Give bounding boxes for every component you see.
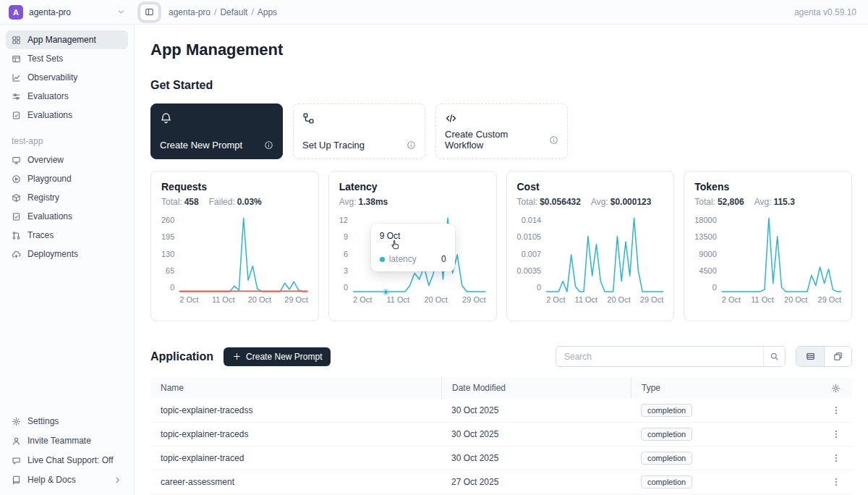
application-heading: Application — [150, 350, 213, 363]
y-tick-label: 0 — [344, 283, 348, 292]
col-date-modified[interactable]: Date Modified — [441, 377, 631, 399]
evaluations-icon — [12, 212, 21, 221]
create-custom-workflow-card[interactable]: Create Custom Workflow — [435, 103, 568, 159]
y-tick-label: 9 — [344, 232, 348, 241]
x-tick-label: 2 Oct — [722, 295, 741, 304]
y-tick-label: 6 — [344, 250, 348, 258]
x-tick-label: 11 Oct — [575, 295, 598, 304]
main-content: App Management Get Started Create New Pr… — [135, 25, 868, 495]
search-input[interactable] — [556, 347, 763, 366]
sidebar-item-playground[interactable]: Playground — [6, 169, 128, 188]
table-header: Name Date Modified Type — [150, 377, 852, 399]
sidebar-item-test-sets[interactable]: Test Sets — [6, 49, 128, 68]
breadcrumb-item[interactable]: agenta-pro — [169, 7, 210, 17]
sidebar-item-app-management[interactable]: App Management — [6, 30, 128, 49]
app-version: agenta v0.59.10 — [794, 7, 868, 17]
sidebar-item-label: Help & Docs — [27, 475, 76, 485]
info-icon[interactable] — [264, 140, 273, 150]
stats-cards: Requests Total:458Failed:0.03% 260195130… — [150, 171, 852, 321]
table-row[interactable]: topic-explainer-traced30 Oct 2025complet… — [150, 447, 852, 470]
tokens-line — [722, 218, 841, 292]
view-toggle — [796, 346, 852, 367]
search-icon — [770, 352, 779, 361]
row-menu-button[interactable] — [821, 429, 851, 439]
app-type: completion — [631, 404, 821, 417]
get-started-cards: Create New Prompt Set Up Tracing Create … — [150, 103, 852, 159]
y-tick-label: 195 — [161, 232, 174, 241]
search-button[interactable] — [763, 347, 785, 366]
metric: Avg:$0.000123 — [591, 197, 652, 207]
column-settings-button[interactable] — [821, 377, 851, 399]
breadcrumb-item[interactable]: Default — [220, 7, 247, 17]
info-icon[interactable] — [549, 135, 558, 145]
sidebar-item-invite-teammate[interactable]: Invite Teammate — [6, 431, 128, 450]
cost-line — [546, 218, 663, 292]
app-name[interactable]: topic-explainer-traced — [150, 453, 441, 463]
y-axis: 1800013500900045000 — [694, 216, 717, 292]
sidebar-item-evaluations[interactable]: Evaluations — [6, 106, 128, 124]
workspace-avatar: A — [9, 5, 23, 20]
deployments-icon — [12, 250, 21, 259]
prompt-bell-icon — [160, 112, 172, 124]
requests-card: Requests Total:458Failed:0.03% 260195130… — [150, 171, 319, 321]
workspace-switcher[interactable]: A agenta-pro — [0, 5, 135, 20]
book-icon — [12, 475, 21, 485]
card-view-button[interactable] — [824, 347, 851, 366]
sidebar-item-live-chat-support-off[interactable]: Live Chat Support: Off — [6, 451, 128, 470]
x-tick-label: 20 Oct — [424, 295, 447, 304]
sidebar-item-deployments[interactable]: Deployments — [6, 245, 128, 263]
x-tick-label: 11 Oct — [387, 295, 410, 304]
sidebar-item-evaluations[interactable]: Evaluations — [6, 207, 128, 226]
sidebar-item-observability[interactable]: Observability — [6, 68, 128, 87]
table-row[interactable]: topic-explainer-traceds30 Oct 2025comple… — [150, 423, 852, 447]
sidebar-item-settings[interactable]: Settings — [6, 412, 128, 431]
breadcrumb-item[interactable]: Apps — [258, 7, 277, 17]
sidebar-item-overview[interactable]: Overview — [6, 151, 128, 169]
set-up-tracing-card[interactable]: Set Up Tracing — [293, 103, 425, 159]
date-modified: 30 Oct 2025 — [441, 429, 631, 439]
x-tick-label: 29 Oct — [640, 295, 663, 304]
y-tick-label: 0.007 — [522, 250, 542, 258]
gear-icon — [12, 417, 21, 426]
create-new-prompt-button[interactable]: Create New Prompt — [224, 347, 331, 366]
app-type: completion — [631, 428, 821, 441]
sidebar-toggle-button[interactable] — [140, 4, 159, 21]
y-tick-label: 13500 — [694, 232, 717, 241]
table-row[interactable]: career-assessment27 Oct 2025completion — [150, 470, 852, 494]
y-tick-label: 18000 — [694, 216, 717, 224]
chevron-right-icon — [113, 475, 122, 485]
app-name[interactable]: career-assessment — [150, 477, 441, 487]
sidebar-item-help-docs[interactable]: Help & Docs — [6, 470, 128, 489]
row-menu-button[interactable] — [821, 405, 851, 415]
sidebar-app-nav: OverviewPlaygroundRegistryEvaluationsTra… — [6, 151, 128, 263]
table-row[interactable]: topic-explainer-tracedss30 Oct 2025compl… — [150, 399, 852, 423]
col-type[interactable]: Type — [631, 377, 821, 399]
card-metrics: Total:$0.056432Avg:$0.000123 — [517, 197, 664, 207]
mouse-cursor-icon — [390, 239, 401, 253]
info-icon[interactable] — [407, 140, 416, 150]
metric: Total:52,806 — [694, 197, 744, 207]
sidebar-item-traces[interactable]: Traces — [6, 226, 128, 245]
chevron-down-icon — [116, 7, 126, 17]
sidebar-item-label: Invite Teammate — [27, 436, 91, 446]
y-tick-label: 0.0035 — [517, 266, 542, 275]
card-label: Set Up Tracing — [302, 140, 365, 151]
app-name[interactable]: topic-explainer-traceds — [150, 429, 441, 439]
card-title: Tokens — [694, 181, 841, 192]
col-name[interactable]: Name — [150, 377, 441, 399]
table-view-icon — [806, 352, 815, 361]
sidebar-item-label: App Management — [27, 35, 96, 45]
metric: Avg:115.3 — [754, 197, 795, 207]
create-new-prompt-card[interactable]: Create New Prompt — [150, 103, 283, 159]
sidebar-item-evaluators[interactable]: Evaluators — [6, 87, 128, 106]
y-tick-label: 4500 — [699, 266, 716, 275]
app-name[interactable]: topic-explainer-tracedss — [150, 405, 441, 415]
date-modified: 30 Oct 2025 — [441, 453, 631, 463]
sidebar-item-label: Evaluators — [27, 91, 69, 101]
y-tick-label: 0 — [537, 283, 541, 292]
row-menu-button[interactable] — [821, 453, 851, 463]
row-menu-button[interactable] — [821, 477, 851, 487]
sidebar-item-registry[interactable]: Registry — [6, 188, 128, 207]
sidebar-item-label: Overview — [27, 155, 64, 165]
table-view-button[interactable] — [796, 347, 824, 366]
